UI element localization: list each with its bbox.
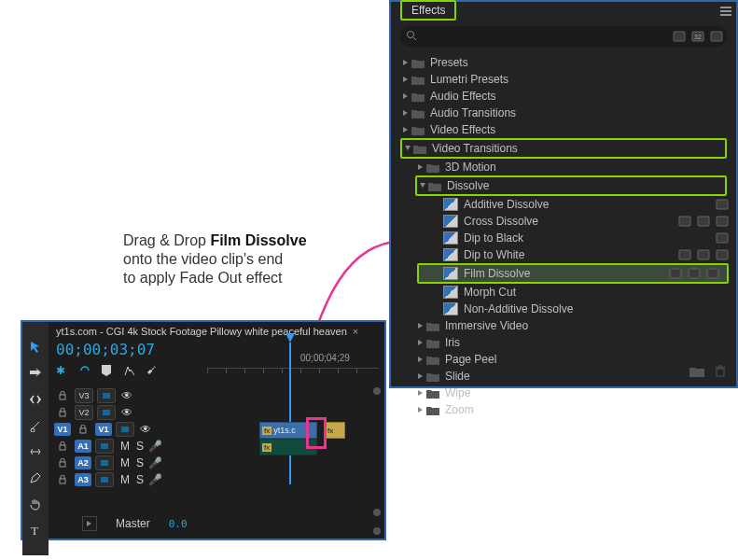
- wrench-icon[interactable]: [146, 364, 159, 377]
- razor-tool[interactable]: [27, 417, 44, 434]
- clip-area[interactable]: fx yt1s.c fx fx: [207, 387, 379, 516]
- toggle-output-icon[interactable]: 👁: [119, 389, 134, 402]
- tree-zoom[interactable]: Zoom: [391, 401, 736, 418]
- close-sequence-icon[interactable]: ×: [353, 326, 358, 337]
- svg-rect-13: [717, 250, 728, 259]
- effects-tab[interactable]: Effects: [400, 0, 456, 21]
- item-dip-black[interactable]: Dip to Black: [391, 230, 736, 246]
- voiceover-icon[interactable]: 🎤: [147, 456, 162, 469]
- mute-button[interactable]: M: [118, 473, 132, 486]
- badge-fx-icon[interactable]: [673, 31, 686, 42]
- toggle-output-icon[interactable]: 👁: [119, 406, 134, 419]
- mute-button[interactable]: M: [118, 440, 132, 453]
- highlight-video-transitions: Video Transitions: [400, 138, 727, 159]
- ruler[interactable]: 00;00;04;29: [207, 353, 379, 375]
- search-icon: [400, 30, 423, 44]
- scroll-indicator[interactable]: [373, 527, 381, 535]
- tree-pagepeel[interactable]: Page Peel: [391, 351, 736, 368]
- effects-search[interactable]: 32: [400, 26, 727, 47]
- add-marker-icon[interactable]: [101, 364, 114, 377]
- item-label: Morph Cut: [464, 286, 516, 299]
- track-target-a3[interactable]: A3: [75, 473, 91, 486]
- tree-label: Immersive Video: [445, 319, 528, 332]
- pen-tool[interactable]: [27, 469, 44, 486]
- tree-lumetri[interactable]: Lumetri Presets: [391, 71, 736, 88]
- tree-dissolve[interactable]: Dissolve: [417, 177, 725, 194]
- solo-button[interactable]: S: [132, 456, 147, 469]
- badge-32-icon[interactable]: 32: [691, 31, 704, 42]
- selection-tool[interactable]: [27, 339, 44, 356]
- tree-3d-motion[interactable]: 3D Motion: [391, 159, 736, 175]
- transition-handle[interactable]: fx: [325, 422, 345, 439]
- svg-rect-25: [60, 445, 65, 450]
- track-target-a2[interactable]: A2: [75, 456, 91, 469]
- lock-icon[interactable]: [75, 423, 91, 436]
- accel-badge-icon: [716, 232, 729, 244]
- track-target-v1[interactable]: V1: [95, 423, 112, 436]
- highlight-dissolve: Dissolve: [415, 175, 727, 196]
- item-cross-dissolve[interactable]: Cross Dissolve: [391, 213, 736, 230]
- highlight-film-dissolve: Film Dissolve: [417, 263, 729, 284]
- svg-rect-14: [670, 269, 681, 278]
- master-track[interactable]: Master 0.0: [82, 516, 188, 531]
- linked-selection-icon[interactable]: [78, 364, 91, 377]
- source-patch-v1[interactable]: V1: [54, 423, 71, 436]
- tree-video-effects[interactable]: Video Effects: [391, 121, 736, 138]
- lock-icon[interactable]: [54, 456, 71, 469]
- item-dip-white[interactable]: Dip to White: [391, 246, 736, 263]
- voiceover-icon[interactable]: 🎤: [147, 440, 162, 453]
- tree-video-transitions[interactable]: Video Transitions: [402, 140, 725, 157]
- toggle-output-icon[interactable]: 👁: [138, 423, 153, 436]
- ripple-edit-tool[interactable]: [27, 391, 44, 408]
- search-input[interactable]: [423, 29, 673, 44]
- hand-tool[interactable]: [27, 496, 44, 512]
- mute-button[interactable]: M: [118, 456, 132, 469]
- sync-lock-icon[interactable]: [95, 455, 114, 470]
- scroll-indicator[interactable]: [373, 509, 381, 516]
- delete-icon[interactable]: [714, 365, 727, 381]
- tree-presets[interactable]: Presets: [391, 54, 736, 71]
- sync-lock-icon[interactable]: [97, 405, 116, 420]
- badge-yuv-icon[interactable]: [710, 31, 723, 42]
- tree-wipe[interactable]: Wipe: [391, 385, 736, 401]
- timeline-settings-icon[interactable]: [123, 364, 136, 377]
- tree-audio-effects[interactable]: Audio Effects: [391, 88, 736, 105]
- folder-icon: [411, 125, 425, 135]
- type-tool[interactable]: T: [27, 522, 44, 539]
- sequence-title: yt1s.com - CGI 4k Stock Footage Pillowy …: [56, 326, 347, 337]
- tree-audio-transitions[interactable]: Audio Transitions: [391, 105, 736, 121]
- tree-iris[interactable]: Iris: [391, 334, 736, 351]
- solo-button[interactable]: S: [132, 440, 147, 453]
- tree-label: Iris: [445, 336, 460, 349]
- sync-lock-icon[interactable]: [95, 472, 114, 487]
- item-non-additive[interactable]: Non-Additive Dissolve: [391, 301, 736, 317]
- solo-button[interactable]: S: [132, 473, 147, 486]
- sync-lock-icon[interactable]: [116, 422, 134, 437]
- lock-icon[interactable]: [54, 440, 71, 453]
- track-target-v2[interactable]: V2: [75, 405, 93, 420]
- folder-icon: [426, 405, 439, 415]
- sync-lock-icon[interactable]: [97, 388, 116, 403]
- panel-menu-icon[interactable]: [719, 6, 732, 17]
- voiceover-icon[interactable]: 🎤: [147, 473, 162, 486]
- track-select-tool[interactable]: [27, 365, 44, 382]
- snap-icon[interactable]: ✱: [56, 364, 69, 377]
- item-additive-dissolve[interactable]: Additive Dissolve: [391, 196, 736, 213]
- transition-icon: [443, 231, 458, 245]
- tree-slide[interactable]: Slide: [391, 368, 736, 385]
- master-expand-icon[interactable]: [82, 516, 97, 531]
- sequence-tab[interactable]: yt1s.com - CGI 4k Stock Footage Pillowy …: [49, 322, 384, 339]
- tree-immersive[interactable]: Immersive Video: [391, 317, 736, 334]
- slip-tool[interactable]: [27, 443, 44, 460]
- svg-rect-27: [60, 462, 65, 467]
- track-target-v3[interactable]: V3: [75, 388, 93, 403]
- sync-lock-icon[interactable]: [95, 439, 114, 454]
- lock-icon[interactable]: [54, 389, 71, 402]
- master-value[interactable]: 0.0: [169, 518, 188, 530]
- item-film-dissolve[interactable]: Film Dissolve: [419, 265, 727, 282]
- track-target-a1[interactable]: A1: [75, 440, 91, 453]
- lock-icon[interactable]: [54, 473, 71, 486]
- new-bin-icon[interactable]: [689, 365, 704, 381]
- lock-icon[interactable]: [54, 406, 71, 419]
- item-morph-cut[interactable]: Morph Cut: [391, 284, 736, 301]
